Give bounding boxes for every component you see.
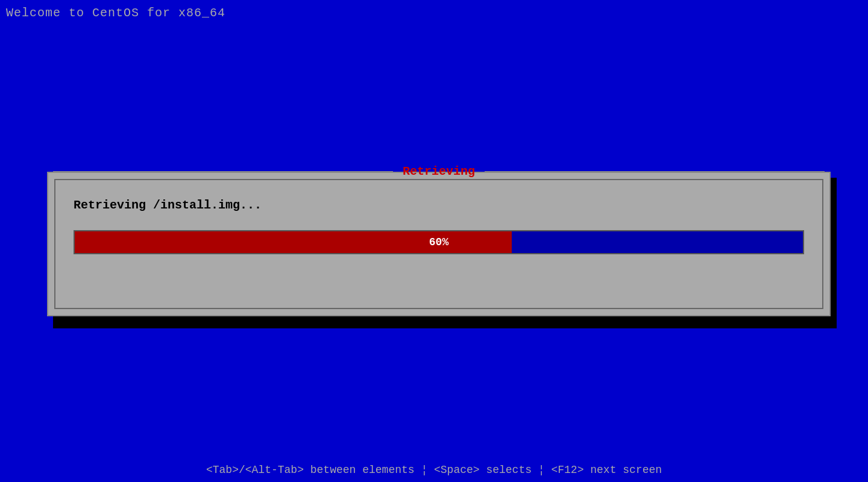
dialog-inner: Retrieving /install.img... 60% xyxy=(54,179,823,309)
progress-label: 60% xyxy=(429,236,448,248)
dialog-title: Retrieving xyxy=(398,164,480,178)
title-line-right xyxy=(485,171,825,172)
retrieving-message: Retrieving /install.img... xyxy=(74,198,804,212)
progress-bar-container: 60% xyxy=(74,230,804,254)
dialog-box: Retrieving Retrieving /install.img... 60… xyxy=(47,172,831,316)
dialog-title-bar: Retrieving xyxy=(48,164,829,178)
welcome-text: Welcome to CentOS for x86_64 xyxy=(6,6,225,20)
bottom-hint-bar: <Tab>/<Alt-Tab> between elements ¦ <Spac… xyxy=(0,464,868,476)
title-line-left xyxy=(53,171,393,172)
